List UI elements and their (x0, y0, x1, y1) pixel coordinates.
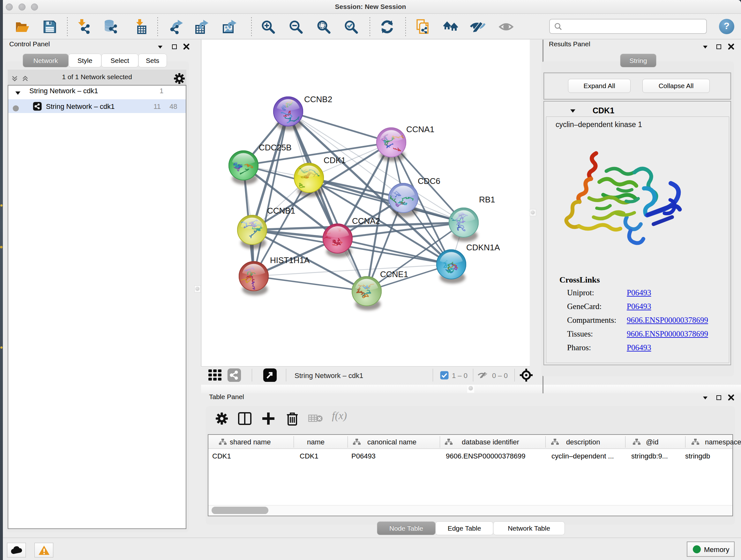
svg-text:CCNE1: CCNE1 (380, 269, 408, 279)
svg-text:CDK1: CDK1 (324, 155, 346, 165)
svg-text:CDC6: CDC6 (418, 176, 441, 186)
svg-text:CCNB2: CCNB2 (304, 95, 332, 104)
svg-text:RB1: RB1 (479, 195, 495, 204)
svg-text:HIST1H1A: HIST1H1A (270, 255, 310, 265)
svg-text:CDKN1A: CDKN1A (466, 243, 500, 252)
svg-text:CCNA2: CCNA2 (352, 216, 380, 226)
svg-text:CDC25B: CDC25B (259, 143, 292, 152)
svg-text:CCNA1: CCNA1 (406, 125, 434, 134)
svg-text:CCNB1: CCNB1 (267, 206, 295, 215)
